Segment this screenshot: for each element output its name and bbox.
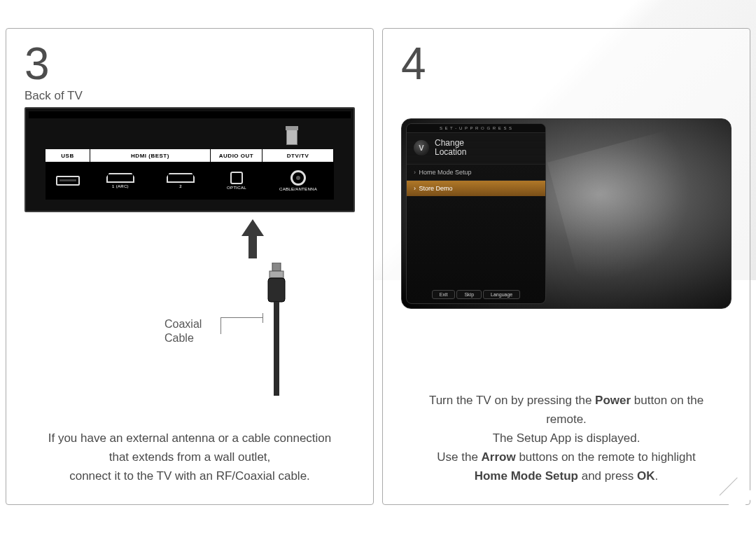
osd-skip-button[interactable]: Skip bbox=[456, 290, 482, 299]
osd-bottom-bar: Exit Skip Language bbox=[407, 290, 545, 299]
cable-antenna-label: CABLE/ANTENNA bbox=[279, 187, 317, 191]
osd-panel: S E T - U P P R O G R E S S V Change Loc… bbox=[406, 123, 546, 304]
chevron-right-icon: › bbox=[414, 185, 416, 192]
step-number-3: 3 bbox=[24, 41, 355, 86]
svg-rect-4 bbox=[274, 302, 279, 396]
tv-setup-screenshot: S E T - U P P R O G R E S S V Change Loc… bbox=[401, 118, 732, 309]
hdmi-1-arc-label: 1 (ARC) bbox=[112, 184, 129, 188]
hdmi-port-2-icon bbox=[167, 173, 195, 183]
port-label-usb: USB bbox=[46, 149, 90, 162]
hdmi-port-1-icon bbox=[106, 173, 134, 183]
brand-logo-icon: V bbox=[414, 140, 429, 155]
step4-instructions: Turn the TV on by pressing the Power but… bbox=[401, 393, 732, 490]
label-bracket bbox=[220, 317, 262, 334]
coaxial-cable-label: Coaxial Cable bbox=[164, 317, 202, 345]
osd-title-line2: Location bbox=[435, 147, 466, 157]
svg-rect-3 bbox=[268, 278, 285, 302]
chevron-right-icon: › bbox=[414, 169, 416, 176]
optical-label: OPTICAL bbox=[227, 186, 246, 190]
step-3-panel: 3 Back of TV USB HDMI (BEST) AUDIO OUT D… bbox=[6, 28, 374, 505]
step-4-panel: 4 S E T - U P P R O G R E S S V Change L… bbox=[382, 28, 750, 505]
port-row: 1 (ARC) 2 OPTICAL CABLE/ANTENNA bbox=[46, 162, 334, 200]
page-container: 3 Back of TV USB HDMI (BEST) AUDIO OUT D… bbox=[0, 0, 756, 533]
optical-port-icon bbox=[230, 172, 243, 184]
osd-item-store-demo[interactable]: › Store Demo bbox=[407, 180, 545, 196]
svg-rect-2 bbox=[270, 271, 284, 278]
coax-port-icon bbox=[290, 170, 306, 186]
osd-language-button[interactable]: Language bbox=[483, 290, 520, 299]
svg-rect-1 bbox=[272, 263, 281, 271]
osd-exit-button[interactable]: Exit bbox=[432, 290, 456, 299]
arrow-up-icon bbox=[240, 219, 265, 258]
port-label-dtv: DTV/TV bbox=[262, 149, 334, 162]
tv-back-illustration: USB HDMI (BEST) AUDIO OUT DTV/TV 1 (ARC)… bbox=[24, 107, 355, 212]
svg-marker-0 bbox=[241, 219, 264, 258]
step-number-4: 4 bbox=[401, 41, 732, 86]
osd-item-home-mode[interactable]: › Home Mode Setup bbox=[407, 164, 545, 180]
coax-connector-nut bbox=[286, 130, 298, 145]
osd-title-line1: Change bbox=[435, 138, 464, 148]
port-label-strip: USB HDMI (BEST) AUDIO OUT DTV/TV bbox=[46, 149, 334, 162]
back-of-tv-label: Back of TV bbox=[24, 89, 355, 103]
step3-instructions: If you have an external antenna or a cab… bbox=[24, 431, 355, 490]
port-label-audio: AUDIO OUT bbox=[211, 149, 262, 162]
hdmi-2-label: 2 bbox=[179, 184, 182, 188]
port-label-hdmi: HDMI (BEST) bbox=[90, 149, 211, 162]
cable-diagram: Coaxial Cable bbox=[24, 212, 355, 394]
osd-progress-label: S E T - U P P R O G R E S S bbox=[407, 124, 545, 133]
usb-port-icon bbox=[56, 176, 80, 186]
osd-title-row: V Change Location bbox=[407, 133, 545, 164]
